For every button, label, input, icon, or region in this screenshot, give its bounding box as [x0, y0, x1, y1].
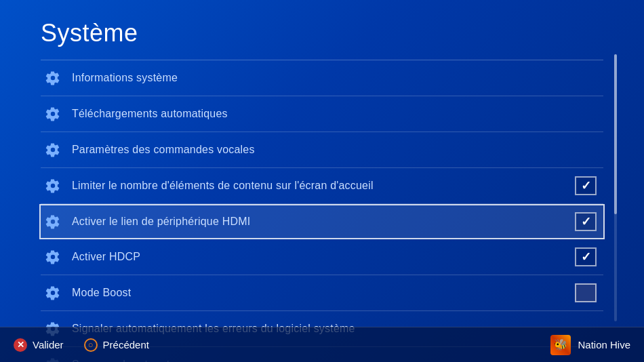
menu-item-hdcp[interactable]: Activer HDCP	[41, 239, 603, 275]
menu-item-downloads[interactable]: Téléchargements automatiques	[41, 96, 603, 132]
checkbox-hdmi[interactable]	[575, 212, 597, 231]
menu-item-hdmi[interactable]: Activer le lien de périphérique HDMI	[39, 204, 605, 239]
menu-container: Informations système Téléchargements aut…	[41, 60, 603, 362]
gear-icon-limit	[43, 176, 62, 195]
menu-label-hdmi: Activer le lien de périphérique HDMI	[72, 216, 575, 228]
menu-label-boost: Mode Boost	[72, 287, 575, 299]
checkbox-boost[interactable]	[575, 283, 597, 302]
menu-label-voice: Paramètres des commandes vocales	[72, 144, 597, 156]
menu-item-boost[interactable]: Mode Boost	[41, 275, 603, 311]
circle-button-icon: ○	[84, 338, 98, 352]
avatar-inner: 🐝	[550, 335, 571, 355]
avatar: 🐝	[550, 335, 571, 355]
gear-icon-info	[43, 68, 62, 87]
user-name: Nation Hive	[578, 339, 630, 350]
validate-label: Valider	[33, 339, 64, 350]
bee-icon: 🐝	[554, 338, 567, 351]
gear-icon-voice	[43, 140, 62, 159]
validate-action: ✕ Valider	[14, 338, 64, 352]
menu-label-info: Informations système	[72, 72, 597, 84]
scrollbar[interactable]	[614, 54, 617, 321]
back-label: Précédent	[103, 339, 149, 350]
gear-icon-downloads	[43, 104, 62, 123]
checkbox-limit[interactable]	[575, 176, 597, 195]
checkbox-hdcp[interactable]	[575, 247, 597, 266]
back-action: ○ Précédent	[84, 338, 149, 352]
menu-label-downloads: Téléchargements automatiques	[72, 108, 597, 120]
menu-label-hdcp: Activer HDCP	[72, 251, 575, 263]
page-title: Système	[0, 0, 644, 60]
gear-icon-hdcp	[43, 247, 62, 266]
menu-item-limit[interactable]: Limiter le nombre d'éléments de contenu …	[41, 168, 603, 204]
menu-item-info[interactable]: Informations système	[41, 60, 603, 96]
bottom-bar: ✕ Valider ○ Précédent 🐝 Nation Hive	[0, 327, 644, 362]
gear-icon-hdmi	[43, 212, 62, 231]
scrollbar-thumb	[614, 54, 617, 214]
menu-label-limit: Limiter le nombre d'éléments de contenu …	[72, 180, 575, 192]
user-section: 🐝 Nation Hive	[550, 335, 630, 355]
menu-item-voice[interactable]: Paramètres des commandes vocales	[41, 132, 603, 168]
cross-button-icon: ✕	[14, 338, 27, 352]
gear-icon-boost	[43, 283, 62, 302]
